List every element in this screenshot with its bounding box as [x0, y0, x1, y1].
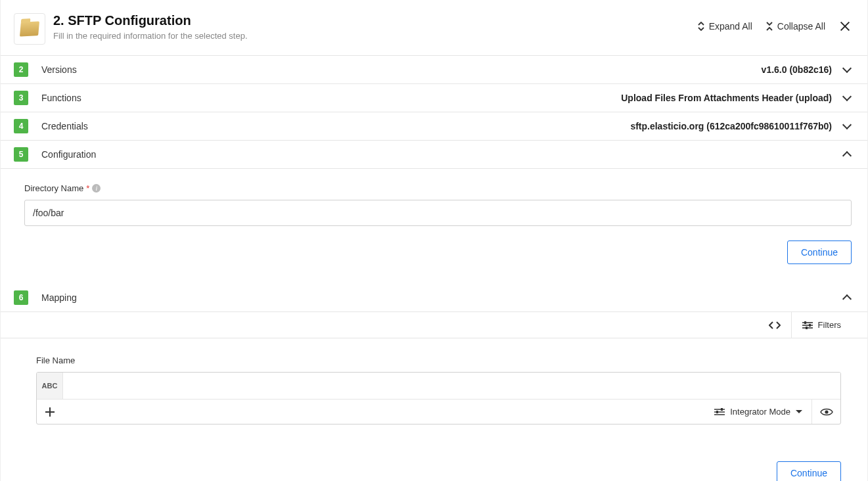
section-label-configuration: Configuration — [41, 149, 96, 160]
step-badge-5: 5 — [14, 147, 28, 162]
section-row-credentials[interactable]: 4 Credentials sftp.elasticio.org (612ca2… — [1, 112, 867, 141]
configuration-continue-button[interactable]: Continue — [787, 240, 852, 264]
plus-icon — [45, 407, 55, 417]
expand-all-button[interactable]: Expand All — [697, 21, 752, 32]
eye-icon — [820, 407, 833, 417]
filters-icon — [802, 321, 813, 330]
step-badge-3: 3 — [14, 91, 28, 105]
svg-rect-10 — [716, 411, 718, 413]
section-label-versions: Versions — [41, 64, 77, 75]
configuration-body: Directory Name* i Continue — [1, 169, 867, 284]
collapse-all-icon — [765, 22, 773, 31]
list-icon — [714, 408, 725, 416]
svg-point-11 — [825, 410, 828, 413]
mapping-body: File Name ABC — [1, 338, 867, 481]
section-value-functions: Upload Files From Attachments Header (up… — [621, 93, 832, 103]
svg-rect-9 — [721, 408, 723, 411]
section-label-functions: Functions — [41, 93, 81, 103]
dropdown-caret-icon — [796, 410, 802, 413]
chevron-down-icon — [842, 65, 852, 74]
mapping-filters-button[interactable]: Filters — [791, 312, 852, 338]
section-value-versions: v1.6.0 (0b82c16) — [762, 64, 832, 75]
code-brackets-icon — [769, 321, 781, 330]
section-row-configuration[interactable]: 5 Configuration — [1, 141, 867, 169]
section-value-credentials: sftp.elasticio.org (612ca200fc98610011f7… — [630, 121, 832, 131]
page-title: 2. SFTP Configuration — [53, 13, 697, 28]
chevron-up-icon — [842, 150, 852, 159]
filters-label: Filters — [818, 320, 841, 330]
expand-all-icon — [697, 22, 705, 31]
filename-input[interactable] — [63, 373, 840, 399]
step-badge-2: 2 — [14, 62, 28, 77]
expand-all-label: Expand All — [709, 21, 752, 32]
mapper-mode-label: Integrator Mode — [730, 407, 790, 417]
close-button[interactable] — [838, 20, 852, 33]
directory-name-input[interactable] — [24, 200, 852, 226]
component-icon-box — [14, 13, 45, 45]
mapping-code-view-button[interactable] — [758, 312, 791, 338]
section-label-credentials: Credentials — [41, 121, 88, 131]
step-badge-4: 4 — [14, 119, 28, 133]
section-label-mapping: Mapping — [41, 292, 77, 303]
chevron-down-icon — [842, 122, 852, 131]
chevron-down-icon — [842, 93, 852, 103]
config-header: 2. SFTP Configuration Fill in the requir… — [1, 0, 867, 56]
string-type-chip: ABC — [37, 373, 63, 399]
add-expression-button[interactable] — [37, 407, 63, 417]
mapping-continue-button[interactable]: Continue — [777, 461, 841, 481]
collapse-all-button[interactable]: Collapse All — [765, 21, 825, 32]
svg-rect-4 — [809, 324, 811, 327]
preview-button[interactable] — [811, 400, 840, 424]
required-star: * — [86, 183, 89, 193]
section-row-functions[interactable]: 3 Functions Upload Files From Attachment… — [1, 84, 867, 112]
mapping-toolbar: Filters — [1, 312, 867, 338]
filename-label: File Name — [36, 355, 75, 365]
folder-icon — [20, 21, 39, 36]
chevron-up-icon — [842, 293, 852, 302]
page-subtitle: Fill in the required information for the… — [53, 31, 697, 41]
step-badge-6: 6 — [14, 290, 28, 305]
section-row-mapping[interactable]: 6 Mapping — [1, 284, 867, 312]
section-row-versions[interactable]: 2 Versions v1.6.0 (0b82c16) — [1, 56, 867, 84]
svg-rect-5 — [806, 327, 808, 329]
collapse-all-label: Collapse All — [777, 21, 825, 32]
info-icon[interactable]: i — [92, 184, 101, 193]
mapper-mode-dropdown[interactable]: Integrator Mode — [705, 400, 811, 424]
svg-rect-3 — [804, 321, 806, 324]
directory-name-label: Directory Name — [24, 183, 83, 193]
filename-field-wrap: ABC Integrator Mode — [36, 372, 841, 424]
